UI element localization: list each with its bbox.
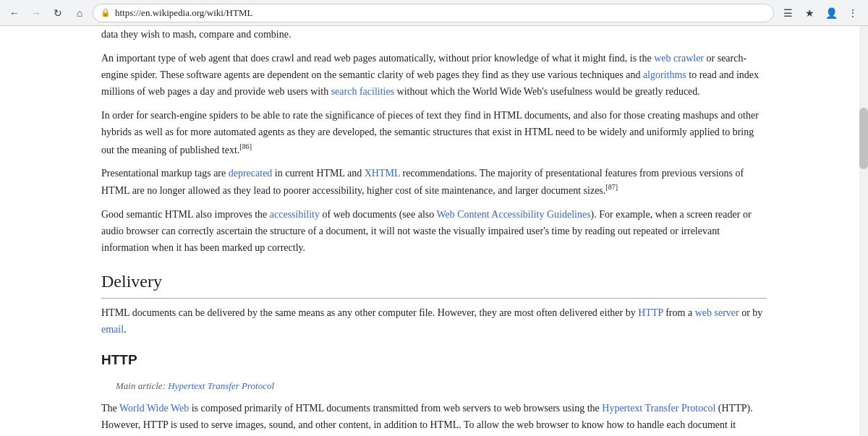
forward-button[interactable]: → — [27, 4, 45, 22]
wcag-link[interactable]: Web Content Accessibility Guidelines — [436, 209, 590, 220]
http-para1: The World Wide Web is composed primarily… — [101, 400, 767, 436]
email-link[interactable]: email — [101, 324, 124, 335]
web-server-link[interactable]: web server — [695, 307, 739, 318]
delivery-heading: Delivery — [101, 268, 767, 298]
address-bar[interactable]: 🔒 https://en.wikipedia.org/wiki/HTML — [93, 4, 774, 22]
http-main-article: Main article: Hypertext Transfer Protoco… — [116, 379, 767, 394]
clipped-top-para: data they wish to mash, compare and comb… — [101, 26, 767, 43]
bookmark-list-button[interactable]: ☰ — [778, 4, 797, 22]
star-button[interactable]: ★ — [800, 4, 819, 22]
page-wrapper: data they wish to mash, compare and comb… — [0, 26, 868, 436]
http-link[interactable]: HTTP — [638, 307, 663, 318]
url-text: https://en.wikipedia.org/wiki/HTML — [115, 7, 252, 19]
xhtml-link[interactable]: XHTML — [365, 168, 400, 179]
delivery-para: HTML documents can be delivered by the s… — [101, 304, 767, 338]
back-button[interactable]: ← — [6, 4, 23, 22]
lock-icon: 🔒 — [101, 8, 111, 17]
http-heading: HTTP — [101, 349, 767, 373]
profile-button[interactable]: 👤 — [822, 4, 841, 22]
content-area: data they wish to mash, compare and comb… — [87, 26, 781, 436]
world-wide-web-link[interactable]: World Wide Web — [119, 403, 189, 414]
search-engine-para: In order for search-engine spiders to be… — [101, 107, 767, 158]
scrollbar-track[interactable] — [859, 26, 868, 436]
toolbar-right: ☰ ★ 👤 ⋮ — [778, 4, 862, 22]
accessibility-link[interactable]: accessibility — [270, 209, 320, 220]
http-protocol-link[interactable]: Hypertext Transfer Protocol — [602, 403, 715, 414]
reload-button[interactable]: ↻ — [49, 4, 67, 22]
web-crawler-link[interactable]: web crawler — [654, 53, 704, 64]
menu-button[interactable]: ⋮ — [843, 4, 862, 22]
browser-chrome: ← → ↻ ⌂ 🔒 https://en.wikipedia.org/wiki/… — [0, 0, 868, 26]
home-button[interactable]: ⌂ — [71, 4, 88, 22]
crawler-para: An important type of web agent that does… — [101, 50, 767, 100]
algorithms-link[interactable]: algorithms — [643, 69, 686, 80]
presentational-para: Presentational markup tags are deprecate… — [101, 165, 767, 199]
deprecated-link[interactable]: deprecated — [229, 168, 273, 179]
search-facilities-link[interactable]: search facilities — [331, 86, 394, 97]
hypertext-transfer-protocol-link[interactable]: Hypertext Transfer Protocol — [168, 380, 274, 391]
accessibility-para: Good semantic HTML also improves the acc… — [101, 206, 767, 256]
scrollbar-thumb[interactable] — [859, 108, 868, 169]
